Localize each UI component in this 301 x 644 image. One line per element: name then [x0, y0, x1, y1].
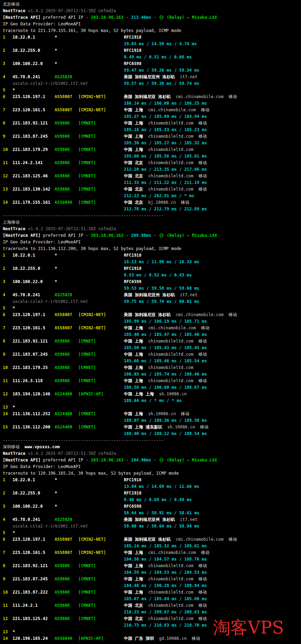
hop-asn: * — [55, 252, 78, 259]
hop-net-tag: [CMNET] — [78, 186, 124, 193]
hop-geo: 中国 上海 — [124, 577, 143, 581]
globe-relay-icon — [159, 458, 164, 462]
hop-number: 12 — [3, 615, 13, 622]
globe-relay-icon — [159, 15, 164, 19]
hop-number: 7 — [3, 549, 13, 556]
hop-geo: RFC6598 — [124, 504, 142, 509]
hop-net-tag: [CMNET] — [78, 602, 124, 609]
hop-net-tag: [CMNET] — [78, 133, 124, 140]
traceroute-line: traceroute to 221.179.155.161, 30 hops m… — [0, 27, 301, 34]
hop-latency: 59.53 ms / 59.58 ms / 59.60 ms — [124, 286, 199, 291]
hop-carrier: 移动 — [198, 187, 207, 192]
hop-asn: AS9808 — [55, 615, 78, 622]
hop-net-tag: [CMNET] — [78, 364, 124, 371]
hop-asn: AS56048 — [55, 199, 78, 206]
hop-net-tag: [CMIN2-NET] — [78, 325, 124, 331]
hop-net-tag: [CMNET] — [78, 615, 124, 622]
hop-latency-line: 59.47 ms / 59.26 ms / 59.34 ms — [0, 67, 301, 74]
hop-line: 210.22.255.0*RFC1918 — [0, 47, 301, 54]
hop-latency-line: 210.23 ms / 209.67 ms / 209.63 ms — [0, 609, 301, 615]
hop-asn: AS56040 — [55, 635, 78, 642]
hop-geo: RFC1918 — [124, 266, 142, 271]
hop-ip: 211.136.112.200 — [13, 424, 55, 430]
hop-number: 10 — [3, 364, 13, 371]
hop-latency: 211.33 ms / 211.22 ms / 211.19 ms — [124, 180, 207, 185]
hop-ip: 223.120.161.5 — [13, 549, 55, 556]
hop-geo: 美国 加利福尼亚 洛杉矶 — [124, 537, 171, 542]
hop-geo: 美国 加利福尼亚州 洛杉矶 — [124, 517, 175, 522]
api-line: [NextTrace API] preferred API IP - 203.1… — [0, 14, 301, 21]
hop-line: 7223.120.161.5AS58807[CMIN2-NET]中国 上海 cm… — [0, 325, 301, 331]
hop-asn: AS25820 — [55, 74, 78, 80]
hop-asn: AS9808 — [55, 364, 78, 371]
hop-net-tag: [CMNET] — [78, 120, 124, 127]
hop-ip: 211.136.112.252 — [13, 411, 55, 417]
hop-ip: 223.120.197.1 — [13, 536, 55, 543]
hop-geo: RFC6598 — [124, 279, 142, 284]
hop-geo: 中国 北京 — [124, 616, 143, 621]
hop-latency: 212.20 ms / 213.35 ms / 217.86 ms — [124, 167, 207, 172]
hop-geo: 中国 上海 — [124, 134, 143, 139]
hop-carrier: 移动 — [201, 325, 209, 330]
hop-number: 4 — [3, 516, 13, 523]
hop-line: 7223.120.161.5AS58807[CMIN2-NET]中国 上海 cm… — [0, 549, 301, 556]
api-line: [NextTrace API] preferred API IP - 203.1… — [0, 232, 301, 239]
hop-domain: it7.net — [180, 292, 198, 297]
watermark-taoke-vps: 淘客VPS — [213, 618, 284, 637]
hop-ip: 10.22.0.1 — [13, 252, 55, 259]
hop-asn: * — [55, 47, 78, 54]
hop-ip: 221.183.130.142 — [13, 186, 55, 193]
hop-latency-line: 212.20 ms / 213.35 ms / 217.86 ms — [0, 166, 301, 173]
hop-latency-line: 185.60 ms / 185.46 ms / 185.54 ms — [0, 358, 301, 364]
hop-latency-line: 184.48 ms / 190.28 ms / 189.94 ms — [0, 582, 301, 589]
api-tag: [NextTrace API] — [3, 458, 40, 462]
hop-number: 10 — [3, 146, 13, 153]
section-title: 深圳移动 — [3, 444, 19, 449]
hop-line: 7223.120.161.5AS58807[CMIN2-NET]中国 上海 cm… — [0, 107, 301, 113]
hop-ip: 100.100.22.0 — [13, 61, 55, 67]
hop-line: 8221.183.92.121AS9808[CMNET]中国 上海 chinam… — [0, 338, 301, 345]
hop-latency: 188.64 ms / * ms / * ms — [124, 398, 182, 403]
hop-number: 9 — [3, 133, 13, 140]
hop-carrier: 移动 — [198, 563, 207, 568]
hop-latency: 185.60 ms / 185.46 ms / 185.54 ms — [124, 359, 207, 363]
hop-net-tag: [CMIN2-NET] — [78, 536, 124, 543]
hop-number: 14 — [3, 411, 13, 417]
hop-latency: 59.00 ms / 58.64 ms / 58.94 ms — [124, 524, 199, 529]
hop-latency: 19.05 ms / 14.59 ms / 4.74 ms — [124, 41, 197, 46]
hop-latency: 212.78 ms / 212.79 ms / 212.89 ms — [124, 207, 207, 211]
hop-latency-line: 185.50 ms / 185.43 ms / 185.45 ms — [0, 345, 301, 351]
api-label: preferred API IP — [43, 15, 84, 20]
hop-asn: AS58807 — [55, 107, 78, 113]
hop-domain: chinamobileltd.com — [148, 174, 193, 178]
hop-geo: 中国 上海 — [124, 550, 143, 555]
app-version: v1.4.2 2025-07-26T12:51:39Z cefed2a — [28, 226, 116, 231]
hop-domain: it7.net — [180, 74, 198, 79]
version-line: NextTrace v1.4.2 2025-07-26T12:51:39Z ce… — [0, 8, 301, 14]
hop-line: 445.78.0.241AS25820美国 加利福尼亚州 洛杉矶 it7.net — [0, 516, 301, 523]
hop-domain: sh.10086.cn — [159, 392, 187, 396]
hop-line: 6223.120.197.1AS58807[CMIN2-NET]美国 加利福尼亚… — [0, 94, 301, 100]
hop-number: 6 — [3, 312, 13, 318]
globe-relay-icon — [159, 233, 164, 238]
separator-line: ----------------------------------------… — [0, 212, 301, 219]
hop-line: 445.78.0.241AS25820美国 加利福尼亚州 洛杉矶 it7.net — [0, 292, 301, 298]
hop-latency: 185.60 ms / 185.56 ms / 185.61 ms — [124, 154, 207, 159]
hop-domain: cmi.chinamobile.com — [148, 325, 196, 330]
hop-line: 13221.183.130.142AS9808[CMNET]中国 北京 chin… — [0, 186, 301, 193]
hop-domain: chinamobileltd.com — [148, 590, 193, 595]
hop-latency: 0.49 ms / 0.51 ms / 0.66 ms — [124, 55, 192, 59]
hop-latency: 186.14 ms / 186.00 ms / 186.25 ms — [124, 101, 207, 106]
hop-line: 8221.183.92.121AS9808[CMNET]中国 上海 chinam… — [0, 120, 301, 127]
hop-hostname-latency-line: uscala-csla2-r-irb1902.it7.net59.57 ms /… — [0, 80, 301, 87]
hop-net-tag: [CMIN2-NET] — [78, 549, 124, 556]
hop-number: 8 — [3, 563, 13, 569]
hop-domain: chinamobileltd.com — [148, 378, 193, 383]
hop-latency-line: 0.53 ms / 0.52 ms / 0.43 ms — [0, 272, 301, 279]
hop-geo: 中国 上海 — [124, 378, 143, 383]
hop-latency-line: 185.14 ms / 185.32 ms / 185.61 ms — [0, 543, 301, 549]
hop-line: 6223.120.197.1AS58807[CMIN2-NET]美国 加利福尼亚… — [0, 536, 301, 543]
hop-ip: 221.183.179.25 — [13, 364, 55, 371]
hop-geo: 美国 加利福尼亚州 洛杉矶 — [124, 292, 175, 297]
hop-carrier: 移动 — [198, 590, 207, 595]
